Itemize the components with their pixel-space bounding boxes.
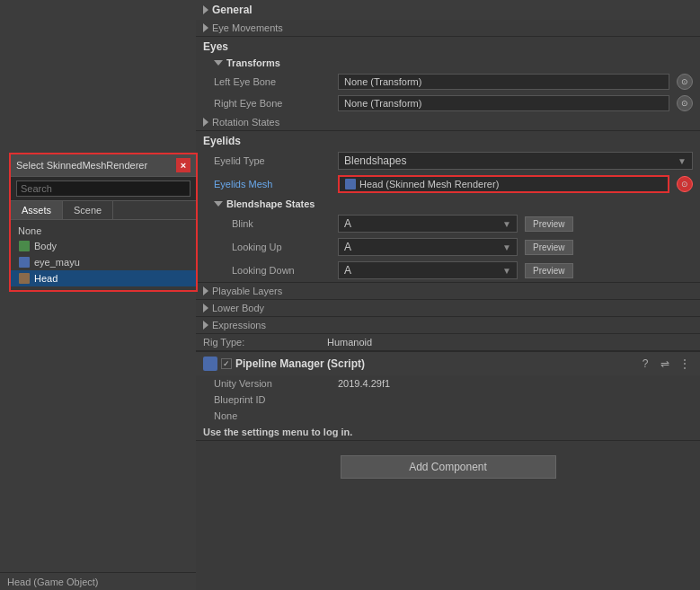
playable-layers-label: Playable Layers xyxy=(212,286,282,296)
blueprint-id-row: Blueprint ID xyxy=(196,392,700,408)
pipeline-manager-menu-icon[interactable]: ⋮ xyxy=(677,356,693,372)
transforms-label: Transforms xyxy=(226,57,280,68)
blendshape-states-label: Blendshape States xyxy=(226,198,315,209)
eyelids-mesh-picker[interactable]: ⊙ xyxy=(677,176,693,192)
blueprint-id-label: Blueprint ID xyxy=(214,394,331,405)
list-item-none[interactable]: None xyxy=(11,224,196,238)
looking-down-arrow: ▼ xyxy=(502,266,511,276)
blendshape-states-header[interactable]: Blendshape States xyxy=(196,196,700,212)
pipeline-manager-section: ✓ Pipeline Manager (Script) ? ⇌ ⋮ Unity … xyxy=(196,351,700,441)
right-eye-bone-picker[interactable]: ⊙ xyxy=(677,95,693,111)
left-eye-bone-label: Left Eye Bone xyxy=(214,76,331,87)
blink-preview-button[interactable]: Preview xyxy=(525,216,573,232)
blendshape-states-icon xyxy=(214,201,223,207)
tab-assets[interactable]: Assets xyxy=(11,201,63,219)
playable-layers-row[interactable]: Playable Layers xyxy=(196,283,700,299)
tab-scene[interactable]: Scene xyxy=(63,201,113,219)
looking-up-preview-button[interactable]: Preview xyxy=(525,240,573,255)
blueprint-id-value: None xyxy=(196,408,700,424)
lower-body-label: Lower Body xyxy=(212,303,264,313)
expressions-row[interactable]: Expressions xyxy=(196,317,700,333)
list-item-body[interactable]: Body xyxy=(11,238,196,254)
list-item-eye-mayu[interactable]: eye_mayu xyxy=(11,254,196,270)
eyelids-mesh-field[interactable]: Head (Skinned Mesh Renderer) xyxy=(338,175,669,193)
pipeline-manager-help-icon[interactable]: ? xyxy=(637,356,653,372)
left-eye-bone-field[interactable]: None (Transform) xyxy=(338,74,669,90)
pipeline-manager-header: ✓ Pipeline Manager (Script) ? ⇌ ⋮ xyxy=(196,351,700,375)
general-collapse-icon xyxy=(203,5,208,14)
eye-movements-row[interactable]: Eye Movements xyxy=(196,20,700,36)
eyelids-mesh-label: Eyelids Mesh xyxy=(214,179,331,189)
unity-version-row: Unity Version 2019.4.29f1 xyxy=(196,375,700,392)
add-component-button[interactable]: Add Component xyxy=(341,455,556,479)
dialog-header: Select SkinnedMeshRenderer × xyxy=(11,154,196,177)
inspector-content: General Eye Movements Eyes Transforms Le… xyxy=(196,0,700,590)
eyelid-type-row: Eyelid Type Blendshapes ▼ xyxy=(196,149,700,172)
unity-version-value: 2019.4.29f1 xyxy=(338,378,693,389)
left-panel: Select SkinnedMeshRenderer × Assets Scen… xyxy=(0,0,196,590)
right-eye-bone-field[interactable]: None (Transform) xyxy=(338,95,669,111)
head-icon xyxy=(18,272,31,285)
eyelids-mesh-icon xyxy=(345,179,356,189)
eyelids-section: Eyelids Eyelid Type Blendshapes ▼ Eyelid… xyxy=(196,131,700,283)
playable-layers-section: Playable Layers xyxy=(196,283,700,300)
looking-down-value: A xyxy=(344,264,351,277)
general-header: General xyxy=(196,0,700,20)
eyes-title: Eyes xyxy=(196,37,700,55)
right-eye-bone-value: None (Transform) xyxy=(344,98,663,109)
general-section: General Eye Movements xyxy=(196,0,700,37)
right-eye-bone-label: Right Eye Bone xyxy=(214,98,331,109)
pipeline-manager-settings-icon[interactable]: ⇌ xyxy=(657,356,673,372)
eyes-section: Eyes Transforms Left Eye Bone None (Tran… xyxy=(196,37,700,131)
expressions-section: Expressions xyxy=(196,317,700,334)
eyelid-type-dropdown[interactable]: Blendshapes ▼ xyxy=(338,152,693,170)
blink-arrow: ▼ xyxy=(502,219,511,229)
asset-list: None Body eye_mayu Head xyxy=(11,220,196,290)
looking-down-row: Looking Down A ▼ Preview xyxy=(196,259,700,282)
looking-down-dropdown[interactable]: A ▼ xyxy=(338,261,518,279)
eyelids-mesh-row: Eyelids Mesh Head (Skinned Mesh Renderer… xyxy=(196,172,700,196)
rig-type-section: Rig Type: Humanoid xyxy=(196,334,700,351)
eye-movements-label: Eye Movements xyxy=(212,22,283,33)
right-eye-bone-row: Right Eye Bone None (Transform) ⊙ xyxy=(196,92,700,114)
dialog-close-button[interactable]: × xyxy=(176,158,191,172)
status-bar: Head (Game Object) xyxy=(0,572,196,590)
inspector-panel: General Eye Movements Eyes Transforms Le… xyxy=(196,0,700,590)
list-item-head[interactable]: Head xyxy=(11,270,196,286)
left-eye-bone-picker[interactable]: ⊙ xyxy=(677,74,693,90)
rig-type-row: Rig Type: Humanoid xyxy=(196,334,700,350)
transforms-header[interactable]: Transforms xyxy=(196,55,700,71)
dialog-title: Select SkinnedMeshRenderer xyxy=(16,160,147,171)
mesh-icon-body xyxy=(18,240,31,252)
rotation-states-icon xyxy=(203,118,208,127)
transforms-collapse-icon xyxy=(214,60,223,66)
rig-type-value: Humanoid xyxy=(327,337,693,348)
rotation-states-row[interactable]: Rotation States xyxy=(196,114,700,130)
pipeline-manager-title: Pipeline Manager (Script) xyxy=(235,357,634,370)
lower-body-row[interactable]: Lower Body xyxy=(196,300,700,316)
expressions-label: Expressions xyxy=(212,320,266,330)
search-input[interactable] xyxy=(16,181,191,197)
blink-row: Blink A ▼ Preview xyxy=(196,212,700,235)
warning-text: Use the settings menu to log in. xyxy=(196,424,700,440)
eyelid-type-arrow: ▼ xyxy=(678,156,687,166)
looking-down-preview-button[interactable]: Preview xyxy=(525,263,573,278)
looking-up-arrow: ▼ xyxy=(502,242,511,252)
pipeline-manager-checkbox[interactable]: ✓ xyxy=(221,358,232,369)
eye-movements-collapse-icon xyxy=(203,23,208,32)
looking-down-label: Looking Down xyxy=(232,265,331,276)
rig-type-label: Rig Type: xyxy=(203,337,320,348)
playable-layers-icon xyxy=(203,286,208,295)
status-text: Head (Game Object) xyxy=(7,577,98,587)
lower-body-icon xyxy=(203,304,208,313)
general-title: General xyxy=(212,4,253,16)
blink-label: Blink xyxy=(232,218,331,229)
eyelids-mesh-value: Head (Skinned Mesh Renderer) xyxy=(359,179,662,189)
looking-up-dropdown[interactable]: A ▼ xyxy=(338,238,518,256)
select-skinned-mesh-dialog: Select SkinnedMeshRenderer × Assets Scen… xyxy=(9,153,198,292)
add-component-container: Add Component xyxy=(196,441,700,493)
expressions-icon xyxy=(203,321,208,330)
rotation-states-label: Rotation States xyxy=(212,117,279,128)
blink-dropdown[interactable]: A ▼ xyxy=(338,215,518,233)
unity-version-label: Unity Version xyxy=(214,378,331,389)
